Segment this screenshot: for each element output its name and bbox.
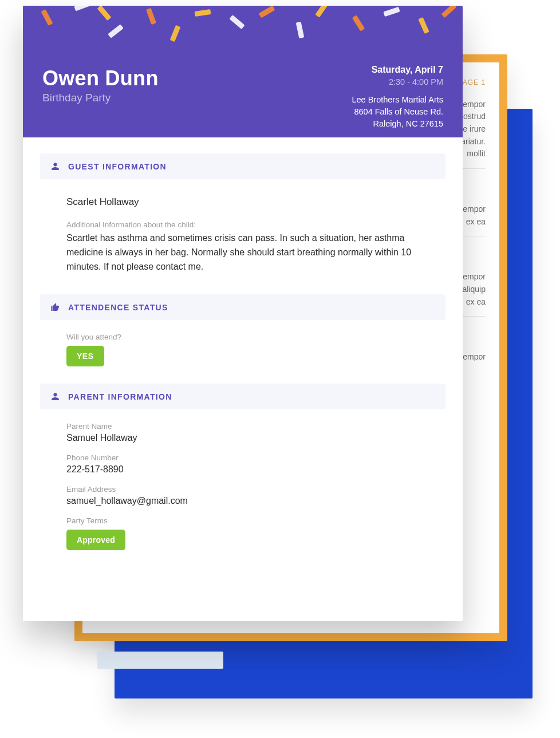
confetti-icon [41, 9, 53, 26]
event-address-line2: Raleigh, NC 27615 [352, 118, 443, 130]
parent-phone-label: Phone Number [66, 453, 434, 462]
additional-info-text: Scartlet has asthma and sometimes crisis… [66, 231, 434, 274]
parent-name-value: Samuel Hollaway [66, 433, 434, 443]
rsvp-card: Owen Dunn Birthday Party Saturday, April… [23, 6, 463, 621]
parent-email-value: samuel_hollaway@gmail.com [66, 496, 434, 506]
confetti-icon [195, 9, 211, 17]
event-address-line1: 8604 Falls of Neuse Rd. [352, 106, 443, 118]
header-left: Owen Dunn Birthday Party [42, 66, 159, 104]
confetti-icon [108, 24, 124, 38]
header-right: Saturday, April 7 2:30 - 4:00 PM Lee Bro… [352, 63, 443, 130]
confetti-icon [296, 22, 305, 38]
event-time: 2:30 - 4:00 PM [352, 76, 443, 88]
confetti-icon [97, 6, 112, 21]
confetti-icon [383, 7, 400, 17]
stage: AGE 1 empor ostrud e irure ariatur. moll… [0, 0, 560, 738]
section-header-guest: GUEST INFORMATION [40, 153, 445, 179]
confetti-icon [418, 17, 429, 34]
confetti-icon [74, 6, 90, 11]
card-body: GUEST INFORMATION Scarlet Hollaway Addit… [23, 137, 463, 572]
confetti-icon [352, 15, 365, 31]
parent-email-label: Email Address [66, 485, 434, 494]
section-content-attendance: Will you attend? YES [40, 320, 445, 371]
person-icon [50, 161, 60, 171]
event-venue: Lee Brothers Martial Arts [352, 94, 443, 106]
attendance-question: Will you attend? [66, 333, 434, 341]
guest-name: Scarlet Hollaway [66, 196, 434, 208]
section-header-attendance: ATTENDENCE STATUS [40, 294, 445, 320]
party-terms-label: Party Terms [66, 516, 434, 525]
event-date: Saturday, April 7 [352, 63, 443, 76]
attendance-answer-badge: YES [66, 346, 104, 366]
parent-phone-value: 222-517-8890 [66, 464, 434, 475]
event-subtitle: Birthday Party [42, 92, 159, 104]
person-icon [50, 392, 60, 401]
confetti-icon [170, 25, 181, 42]
section-content-guest: Scarlet Hollaway Additional Information … [40, 179, 445, 289]
background-card-pale [97, 652, 223, 669]
confetti-icon [229, 15, 244, 29]
event-host-name: Owen Dunn [42, 66, 159, 90]
thumbs-up-icon [50, 302, 60, 312]
confetti-icon [441, 6, 457, 18]
parent-name-label: Parent Name [66, 422, 434, 431]
section-title: PARENT INFORMATION [68, 392, 172, 401]
section-content-parent: Parent Name Samuel Hollaway Phone Number… [40, 409, 445, 555]
confetti-icon [315, 6, 328, 18]
confetti-icon [259, 6, 275, 18]
card-header: Owen Dunn Birthday Party Saturday, April… [23, 6, 463, 137]
section-title: ATTENDENCE STATUS [68, 303, 168, 312]
additional-info-label: Additional Information about the child: [66, 220, 434, 229]
party-terms-badge: Approved [66, 530, 125, 550]
section-header-parent: PARENT INFORMATION [40, 384, 445, 409]
section-title: GUEST INFORMATION [68, 162, 167, 171]
confetti-icon [146, 8, 156, 25]
